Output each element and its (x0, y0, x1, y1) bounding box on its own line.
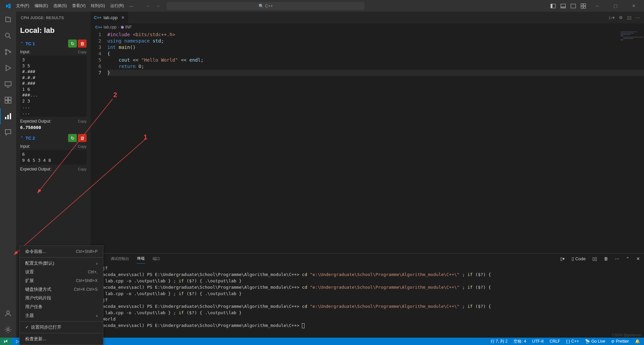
activity-remote-icon[interactable] (0, 76, 16, 92)
svg-rect-8 (584, 6, 586, 8)
context-menu-item[interactable]: 主题› (20, 311, 103, 320)
expected-label: Expected Output: (20, 167, 51, 171)
activity-run-debug-icon[interactable] (0, 60, 16, 76)
testcase-name[interactable]: TC 2 (25, 136, 67, 141)
prettier-status[interactable]: ⊘ Prettier (610, 339, 630, 344)
context-menu-item[interactable]: ✓设置同步已打开 (20, 323, 103, 332)
activity-scm-icon[interactable] (0, 44, 16, 60)
testcase-block: ⌃ TC 2 ↻ 🗑 Input:Copy 6 9 6 5 3 4 8 Expe… (20, 134, 87, 171)
copy-button[interactable]: Copy (78, 119, 87, 123)
eol[interactable]: CRLF (548, 339, 561, 344)
svg-rect-5 (581, 4, 583, 6)
terminal-profile[interactable]: ▯ Code (572, 256, 586, 261)
title-bar: 文件(F)编辑(E)选择(S)查看(V)转到(G)运行(R)… ← → 🔍 C+… (0, 0, 644, 12)
layout-sidebar-right-icon[interactable] (570, 2, 577, 10)
terminal-kill-icon[interactable]: 🗑 (604, 256, 608, 261)
go-live-button[interactable]: 📡 Go Live (584, 339, 606, 344)
context-menu-item[interactable]: 扩展Ctrl+Shift+X (20, 276, 103, 285)
activity-search-icon[interactable] (0, 28, 16, 44)
panel-tab[interactable]: 调试控制台 (110, 254, 130, 264)
svg-rect-20 (5, 117, 6, 119)
notifications-icon[interactable]: 🔔 (634, 339, 641, 344)
menu-item[interactable]: 选择(S) (51, 3, 69, 9)
bottom-panel: 输出调试控制台终端端口▯▾▯ Code▯▯🗑⋯⌃✕ jkdjf\Anacoda_… (91, 253, 644, 338)
testcase-name[interactable]: TC 1 (25, 41, 67, 46)
input-data[interactable]: 3 3 5 #.### #.#.# #.### 1 6 ###... 2 3 .… (20, 56, 87, 117)
editor-settings-gear-icon[interactable]: ⚙ (619, 15, 623, 20)
context-menu-item[interactable]: 命令面板...Ctrl+Shift+P (20, 247, 103, 256)
window-minimize-icon[interactable]: ─ (590, 0, 605, 12)
panel-close-icon[interactable]: ✕ (636, 256, 640, 261)
minimap[interactable] (617, 31, 644, 41)
menu-item[interactable]: 运行(R) (108, 3, 127, 9)
context-menu-item[interactable]: 键盘快捷方式Ctrl+K Ctrl+S (20, 285, 103, 294)
customize-layout-icon[interactable] (580, 2, 587, 10)
split-editor-icon[interactable]: ▯▯ (627, 15, 632, 20)
terminal-split-button[interactable]: ▯▯ (592, 256, 597, 261)
menu-item[interactable]: … (126, 3, 136, 8)
command-center-search[interactable]: 🔍 C++ (167, 2, 365, 10)
nav-forward-icon[interactable]: → (156, 3, 160, 8)
problem-title: Local: lab (20, 26, 87, 35)
window-maximize-icon[interactable]: ▢ (608, 0, 623, 12)
cursor-position[interactable]: 行 7, 列 2 (489, 339, 509, 344)
rerun-testcase-button[interactable]: ↻ (68, 134, 77, 142)
svg-point-23 (7, 311, 9, 314)
activity-account-icon[interactable] (0, 305, 16, 322)
svg-point-12 (5, 53, 7, 55)
chevron-down-icon[interactable]: ⌃ (20, 41, 23, 46)
delete-testcase-button[interactable]: 🗑 (78, 134, 87, 142)
indentation[interactable]: 空格: 4 (512, 339, 527, 344)
testcase-block: ⌃ TC 1 ↻ 🗑 Input:Copy 3 3 5 #.### #.#.# … (20, 40, 87, 130)
svg-rect-22 (10, 113, 11, 119)
context-menu-item[interactable]: 配置文件(默认)› (20, 259, 103, 268)
expected-label: Expected Output: (20, 119, 51, 124)
layout-sidebar-left-icon[interactable] (549, 2, 557, 10)
svg-rect-1 (551, 4, 552, 8)
activity-settings-gear-icon[interactable] (0, 322, 16, 338)
language-mode[interactable]: { } C++ (565, 339, 580, 344)
encoding[interactable]: UTF-8 (531, 339, 545, 344)
context-menu-item[interactable]: 检查更新... (20, 335, 103, 343)
terminal-split-icon[interactable]: ▯▾ (560, 256, 565, 261)
code-editor[interactable]: 1234567 #include <bits/stdc++.h>using na… (91, 31, 644, 253)
panel-more-icon[interactable]: ⋯ (615, 256, 619, 261)
terminal-output[interactable]: jkdjf\Anacoda_envs\sacl) PS E:\Undergrad… (91, 264, 644, 338)
run-code-icon[interactable]: ▷▾ (609, 15, 615, 20)
context-menu-item[interactable]: 设置Ctrl+, (20, 268, 103, 276)
editor-tab[interactable]: C++ lab.cpp ✕ (91, 12, 128, 23)
nav-back-icon[interactable]: ← (146, 3, 150, 8)
activity-extensions-icon[interactable] (0, 92, 16, 108)
layout-panel-icon[interactable] (559, 2, 567, 10)
panel-maximize-icon[interactable]: ⌃ (626, 256, 630, 261)
chevron-down-icon[interactable]: ⌃ (20, 136, 23, 140)
copy-button[interactable]: Copy (78, 167, 87, 171)
context-menu-item[interactable]: 用户代码片段 (20, 294, 103, 302)
svg-point-9 (5, 33, 9, 37)
activity-explorer-icon[interactable] (0, 12, 16, 28)
input-data[interactable]: 6 9 6 5 3 4 8 (20, 150, 87, 164)
search-icon: 🔍 (259, 4, 264, 8)
rerun-testcase-button[interactable]: ↻ (68, 40, 77, 48)
activity-cph-judge-icon[interactable] (0, 108, 16, 124)
menu-item[interactable]: 转到(G) (88, 3, 107, 9)
delete-testcase-button[interactable]: 🗑 (78, 40, 87, 48)
settings-context-menu: 命令面板...Ctrl+Shift+P配置文件(默认)›设置Ctrl+,扩展Ct… (19, 246, 103, 345)
context-menu-item[interactable]: 用户任务 (20, 302, 103, 311)
menu-item[interactable]: 文件(F) (13, 3, 32, 9)
menu-item[interactable]: 查看(V) (69, 3, 88, 9)
window-close-icon[interactable]: ✕ (626, 0, 641, 12)
remote-indicator-icon[interactable] (0, 338, 11, 345)
copy-button[interactable]: Copy (78, 144, 87, 148)
svg-rect-16 (5, 97, 8, 100)
more-actions-icon[interactable]: ⋯ (636, 15, 640, 20)
svg-rect-6 (584, 4, 586, 6)
breadcrumb[interactable]: C++ lab.cpp › ⬢ INF (91, 23, 644, 31)
tab-close-icon[interactable]: ✕ (121, 15, 125, 20)
copy-button[interactable]: Copy (78, 50, 87, 54)
activity-chat-icon[interactable] (0, 124, 16, 140)
menu-item[interactable]: 编辑(E) (32, 3, 51, 9)
panel-tab[interactable]: 终端 (137, 254, 145, 264)
panel-tab[interactable]: 端口 (152, 254, 161, 264)
svg-rect-27 (621, 34, 631, 35)
